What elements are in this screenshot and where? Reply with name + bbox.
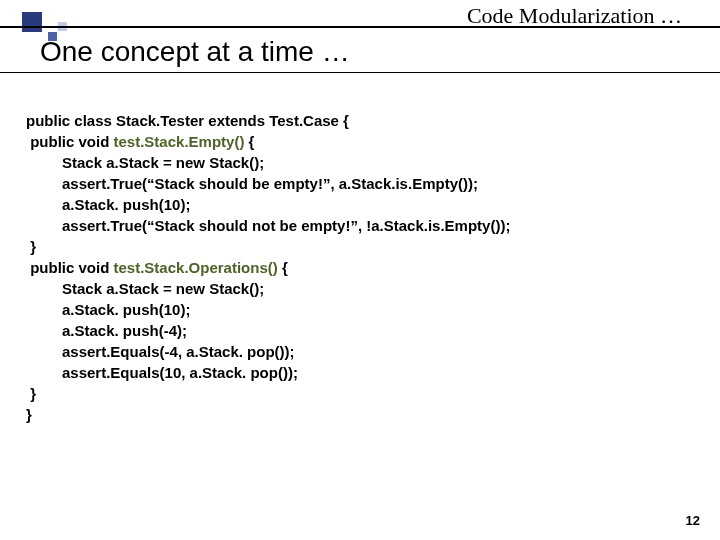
code-line: assert.Equals(10, a.Stack. pop()); bbox=[26, 362, 700, 383]
method-name: test.Stack.Operations() bbox=[114, 259, 278, 276]
code-line: assert.True(“Stack should be empty!”, a.… bbox=[26, 173, 700, 194]
method-name: test.Stack.Empty() bbox=[114, 133, 245, 150]
code-line: } bbox=[26, 383, 700, 404]
slide: Code Modularization … One concept at a t… bbox=[0, 0, 720, 540]
code-line: public void test.Stack.Empty() { bbox=[26, 131, 700, 152]
code-line: Stack a.Stack = new Stack(); bbox=[26, 278, 700, 299]
slide-title: One concept at a time … bbox=[40, 36, 350, 68]
decor-square-large bbox=[22, 12, 42, 32]
code-text: { bbox=[278, 259, 288, 276]
code-text: public void bbox=[26, 133, 114, 150]
code-text: public void bbox=[26, 259, 114, 276]
code-line: a.Stack. push(10); bbox=[26, 194, 700, 215]
code-line: } bbox=[26, 404, 700, 425]
page-number: 12 bbox=[686, 513, 700, 528]
eyebrow-text: Code Modularization … bbox=[467, 3, 682, 29]
code-line: assert.True(“Stack should not be empty!”… bbox=[26, 215, 700, 236]
code-line: assert.Equals(-4, a.Stack. pop()); bbox=[26, 341, 700, 362]
code-line: a.Stack. push(10); bbox=[26, 299, 700, 320]
code-line: } bbox=[26, 236, 700, 257]
sub-rule bbox=[0, 72, 720, 73]
code-line: a.Stack. push(-4); bbox=[26, 320, 700, 341]
code-line: Stack a.Stack = new Stack(); bbox=[26, 152, 700, 173]
code-line: public class Stack.Tester extends Test.C… bbox=[26, 110, 700, 131]
code-text: { bbox=[244, 133, 254, 150]
code-line: public void test.Stack.Operations() { bbox=[26, 257, 700, 278]
code-block: public class Stack.Tester extends Test.C… bbox=[26, 110, 700, 425]
